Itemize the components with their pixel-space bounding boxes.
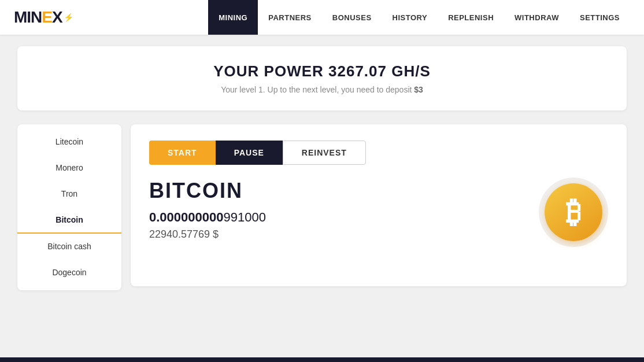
- header: MINEX⚡ MINING PARTNERS BONUSES HISTORY R…: [0, 0, 644, 35]
- nav-item-mining[interactable]: MINING: [208, 0, 258, 35]
- start-button[interactable]: START: [149, 141, 216, 165]
- nav-item-partners[interactable]: PARTNERS: [258, 0, 322, 35]
- logo: MINEX⚡: [14, 8, 73, 27]
- sidebar-item-monero[interactable]: Monero: [17, 155, 121, 181]
- power-card: YOUR POWER 3267.07 GH/S Your level 1. Up…: [17, 46, 627, 110]
- sidebar-item-tron[interactable]: Tron: [17, 181, 121, 207]
- power-subtitle-amount: $3: [414, 85, 423, 94]
- coin-sidebar: Litecoin Monero Tron Bitcoin Bitcoin cas…: [17, 124, 121, 290]
- footer-bar: [0, 357, 644, 362]
- action-buttons: START PAUSE REINVEST: [149, 141, 366, 165]
- mining-card: START PAUSE REINVEST BITCOIN 0.000000000…: [131, 124, 627, 286]
- btc-symbol: ₿: [566, 197, 581, 227]
- main-nav: MINING PARTNERS BONUSES HISTORY REPLENIS…: [208, 0, 630, 35]
- power-subtitle-text: Your level 1. Up to the next level, you …: [221, 85, 414, 94]
- sidebar-item-litecoin[interactable]: Litecoin: [17, 129, 121, 155]
- nav-item-withdraw[interactable]: WITHDRAW: [504, 0, 569, 35]
- nav-item-replenish[interactable]: REPLENISH: [438, 0, 504, 35]
- nav-item-bonuses[interactable]: BONUSES: [322, 0, 382, 35]
- pause-button[interactable]: PAUSE: [216, 141, 283, 165]
- balance-light: 991000: [223, 210, 265, 225]
- sidebar-item-dogecoin[interactable]: Dogecoin: [17, 260, 121, 286]
- logo-icon: ⚡: [64, 13, 73, 22]
- main-content: YOUR POWER 3267.07 GH/S Your level 1. Up…: [0, 35, 644, 362]
- logo-text-min: MIN: [14, 8, 42, 27]
- btc-icon-container: ₿: [539, 178, 608, 247]
- power-title: YOUR POWER 3267.07 GH/S: [29, 62, 615, 80]
- power-subtitle: Your level 1. Up to the next level, you …: [29, 85, 615, 94]
- logo-letter-e: E: [42, 8, 52, 27]
- btc-circle-inner: ₿: [545, 183, 602, 241]
- sidebar-item-bitcoin[interactable]: Bitcoin: [17, 207, 121, 234]
- sidebar-item-bitcoin-cash[interactable]: Bitcoin cash: [17, 234, 121, 260]
- nav-item-history[interactable]: HISTORY: [382, 0, 438, 35]
- reinvest-button[interactable]: REINVEST: [283, 141, 366, 165]
- btc-circle-outer: ₿: [539, 178, 608, 247]
- nav-item-settings[interactable]: SETTINGS: [569, 0, 630, 35]
- logo-letter-x: X: [52, 8, 62, 27]
- bottom-section: Litecoin Monero Tron Bitcoin Bitcoin cas…: [17, 124, 627, 290]
- balance-bold: 0.000000000: [149, 210, 223, 225]
